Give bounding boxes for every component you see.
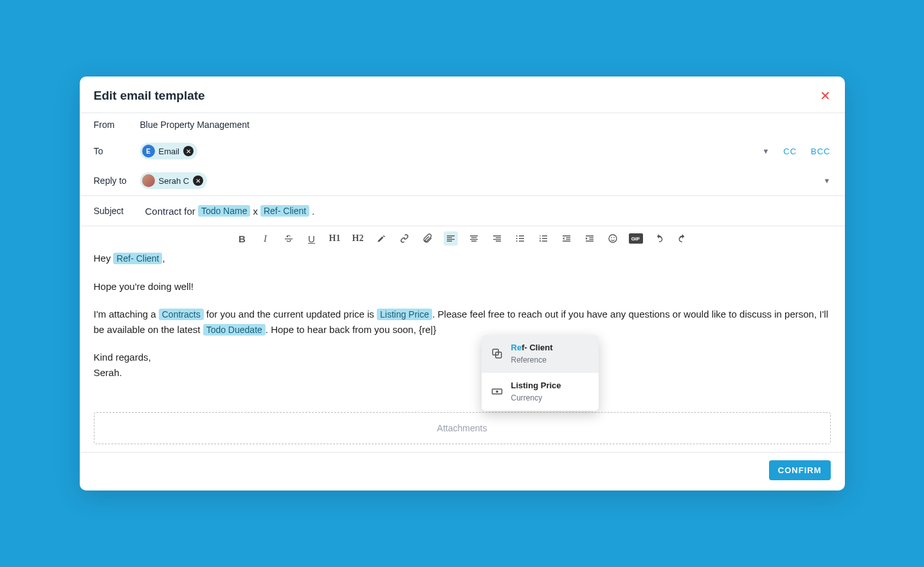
autocomplete-item-title: Listing Price bbox=[511, 379, 561, 392]
highlight-button[interactable] bbox=[374, 231, 388, 246]
outdent-button[interactable] bbox=[559, 231, 574, 246]
body-token-todo-duedate[interactable]: Todo Duedate bbox=[203, 324, 266, 336]
subject-text: Contract for bbox=[145, 206, 195, 217]
reply-to-row: Reply to Serah C ✕ ▼ bbox=[80, 166, 845, 195]
body-text: Serah. bbox=[94, 365, 831, 380]
body-text: I'm attaching a bbox=[94, 309, 159, 320]
email-body-editor[interactable]: Hey Ref- Client, Hope you're doing well!… bbox=[80, 251, 845, 406]
modal-title: Edit email template bbox=[94, 89, 205, 103]
from-row: From Blue Property Management bbox=[80, 113, 845, 136]
underline-button[interactable]: U bbox=[305, 231, 319, 246]
reply-to-label: Reply to bbox=[94, 176, 140, 186]
body-token-contracts[interactable]: Contracts bbox=[159, 309, 204, 320]
body-token-ref-client[interactable]: Ref- Client bbox=[113, 253, 162, 264]
autocomplete-item-subtitle: Currency bbox=[511, 392, 561, 404]
align-right-button[interactable] bbox=[490, 231, 504, 246]
subject-text: x bbox=[253, 206, 258, 217]
italic-button[interactable]: I bbox=[258, 231, 273, 246]
redo-button[interactable] bbox=[675, 231, 689, 246]
bullet-list-button[interactable] bbox=[513, 231, 527, 246]
attachments-label: Attachments bbox=[437, 423, 487, 433]
h1-button[interactable]: H1 bbox=[328, 231, 342, 246]
emoji-icon bbox=[608, 233, 618, 244]
bcc-button[interactable]: BCC bbox=[811, 147, 830, 156]
strikethrough-icon bbox=[284, 233, 294, 244]
subject-input[interactable]: Contract for Todo Name x Ref- Client . bbox=[145, 205, 315, 217]
body-token-listing-price[interactable]: Listing Price bbox=[377, 309, 432, 320]
attachment-button[interactable] bbox=[421, 231, 435, 246]
body-text: Kind regards, bbox=[94, 350, 831, 364]
outdent-icon bbox=[561, 233, 572, 244]
body-text: , bbox=[162, 253, 165, 264]
link-button[interactable] bbox=[397, 231, 412, 246]
to-field[interactable]: E Email ✕ bbox=[140, 143, 763, 159]
reference-icon bbox=[491, 347, 503, 360]
modal-footer: CONFIRM bbox=[80, 452, 845, 491]
reply-chip[interactable]: Serah C ✕ bbox=[140, 172, 208, 189]
edit-email-modal: Edit email template ✕ From Blue Property… bbox=[80, 76, 845, 491]
align-left-icon bbox=[446, 233, 456, 244]
numbered-list-icon bbox=[538, 233, 548, 244]
undo-button[interactable] bbox=[652, 231, 666, 246]
close-icon: ✕ bbox=[820, 89, 831, 103]
svg-point-1 bbox=[516, 238, 517, 239]
modal-header: Edit email template ✕ bbox=[80, 76, 845, 113]
paperclip-icon bbox=[422, 233, 433, 244]
emoji-button[interactable] bbox=[606, 231, 620, 246]
to-label: To bbox=[94, 146, 140, 156]
to-dropdown-caret[interactable]: ▼ bbox=[762, 147, 769, 155]
numbered-list-button[interactable] bbox=[536, 231, 550, 246]
autocomplete-item-ref-client[interactable]: Ref- Client Reference bbox=[482, 335, 599, 373]
subject-row: Subject Contract for Todo Name x Ref- Cl… bbox=[80, 195, 845, 226]
svg-point-3 bbox=[609, 235, 617, 242]
indent-button[interactable] bbox=[583, 231, 597, 246]
link-icon bbox=[399, 233, 410, 244]
body-text: Hey bbox=[94, 253, 114, 264]
autocomplete-item-subtitle: Reference bbox=[511, 354, 553, 366]
to-chip[interactable]: E Email ✕ bbox=[140, 143, 198, 159]
body-text: Hope you're doing well! bbox=[94, 279, 831, 294]
reply-chip-avatar bbox=[142, 174, 155, 187]
h2-button[interactable]: H2 bbox=[351, 231, 365, 246]
highlight-icon bbox=[376, 234, 386, 244]
svg-point-4 bbox=[611, 237, 612, 239]
bullet-list-icon bbox=[515, 233, 525, 244]
attachments-dropzone[interactable]: Attachments bbox=[94, 412, 831, 444]
cc-button[interactable]: CC bbox=[783, 147, 797, 156]
indent-icon bbox=[584, 233, 595, 244]
reply-chip-text: Serah C bbox=[159, 176, 190, 186]
align-center-icon bbox=[469, 233, 479, 244]
align-left-button[interactable] bbox=[444, 231, 458, 246]
confirm-button[interactable]: CONFIRM bbox=[769, 460, 831, 480]
svg-point-9 bbox=[496, 390, 498, 393]
reply-to-field[interactable]: Serah C ✕ bbox=[140, 172, 824, 189]
align-right-icon bbox=[492, 233, 502, 244]
subject-text: . bbox=[312, 206, 314, 217]
undo-icon bbox=[653, 233, 665, 244]
from-value: Blue Property Management bbox=[140, 120, 831, 130]
svg-point-5 bbox=[613, 237, 615, 239]
strikethrough-button[interactable] bbox=[282, 231, 296, 246]
to-row: To E Email ✕ ▼ CC BCC bbox=[80, 136, 845, 166]
body-text: for you and the current updated price is bbox=[204, 309, 377, 320]
svg-point-2 bbox=[516, 240, 517, 242]
bold-button[interactable]: B bbox=[235, 231, 249, 246]
to-chip-avatar: E bbox=[142, 145, 155, 158]
currency-icon bbox=[491, 385, 503, 398]
svg-point-0 bbox=[516, 235, 517, 237]
subject-token-todo-name[interactable]: Todo Name bbox=[198, 205, 251, 217]
reply-dropdown-caret[interactable]: ▼ bbox=[824, 177, 831, 184]
reply-chip-remove[interactable]: ✕ bbox=[193, 176, 203, 186]
from-label: From bbox=[94, 120, 140, 130]
autocomplete-item-listing-price[interactable]: Listing Price Currency bbox=[482, 373, 599, 411]
align-center-button[interactable] bbox=[467, 231, 481, 246]
variable-autocomplete-popup: Ref- Client Reference Listing Price Curr… bbox=[482, 335, 599, 410]
gif-button[interactable]: GIF bbox=[629, 233, 643, 244]
editor-toolbar: B I U H1 H2 bbox=[80, 226, 845, 251]
redo-icon bbox=[676, 233, 688, 244]
subject-token-ref-client[interactable]: Ref- Client bbox=[260, 205, 309, 217]
subject-label: Subject bbox=[94, 206, 140, 216]
autocomplete-item-title: Ref- Client bbox=[511, 341, 553, 354]
close-button[interactable]: ✕ bbox=[820, 88, 831, 104]
to-chip-remove[interactable]: ✕ bbox=[183, 146, 194, 156]
